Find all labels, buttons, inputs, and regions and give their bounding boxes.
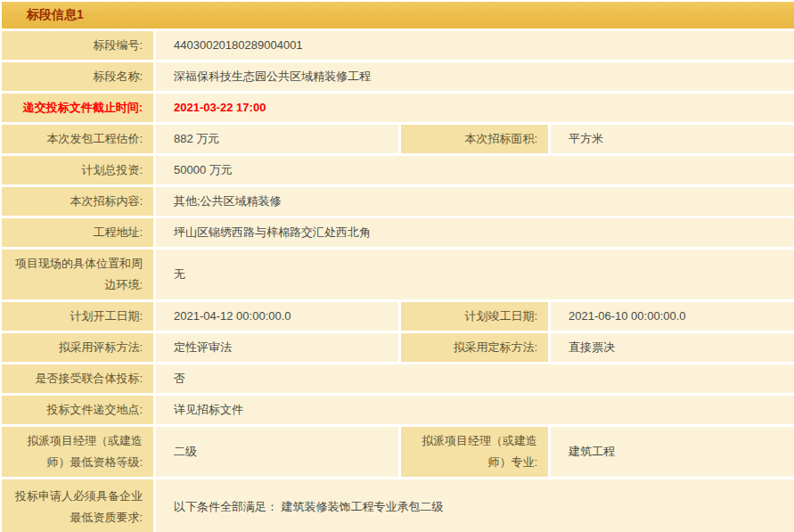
field-label: 项目现场的具体位置和周边环境: [2, 250, 153, 299]
field-label: 工程地址: [2, 218, 153, 247]
field-value: 二级 [156, 427, 398, 477]
row-evaluation-methods: 拟采用评标方法: 定性评审法 拟采用定标方法: 直接票决 [2, 333, 794, 362]
row-consortium-bid: 是否接受联合体投标: 否 [2, 364, 794, 393]
field-label: 递交投标文件截止时间: [2, 94, 153, 122]
field-label: 拟采用定标方法: [401, 333, 548, 362]
field-label: 拟派项目经理（或建造师）最低资格等级: [2, 427, 153, 477]
field-value: 平方米 [551, 125, 794, 153]
row-start-end-dates: 计划开工日期: 2021-04-12 00:00:00.0 计划竣工日期: 20… [2, 302, 794, 331]
row-project-manager: 拟派项目经理（或建造师）最低资格等级: 二级 拟派项目经理（或建造师）专业: 建… [2, 427, 794, 477]
field-label: 本次招标内容: [2, 187, 153, 216]
field-label: 拟采用评标方法: [2, 333, 153, 362]
field-label: 是否接受联合体投标: [2, 364, 153, 393]
tender-section-panel: 标段信息1 标段编号: 44030020180289004001 标段名称: 深… [0, 0, 794, 532]
field-value: 2021-04-12 00:00:00.0 [156, 302, 398, 331]
field-label: 计划开工日期: [2, 302, 153, 331]
field-value: 否 [156, 364, 794, 393]
field-label: 投标申请人必须具备企业最低资质要求: [2, 479, 153, 532]
section-header: 标段信息1 [2, 2, 794, 29]
field-value: 2021-03-22 17:00 [156, 94, 794, 122]
section-title: 标段信息1 [27, 7, 84, 23]
field-value: 2021-06-10 00:00:00.0 [551, 302, 794, 331]
field-value: 无 [156, 250, 794, 299]
field-value: 坪山区锦绣西路与梓棉路交汇处西北角 [156, 218, 794, 247]
field-value: 50000 万元 [156, 156, 794, 184]
field-label: 计划总投资: [2, 156, 153, 184]
field-label: 本次发包工程估价: [2, 125, 153, 153]
row-bid-deadline: 递交投标文件截止时间: 2021-03-22 17:00 [2, 94, 794, 122]
row-site-environment: 项目现场的具体位置和周边环境: 无 [2, 250, 794, 299]
field-label: 拟派项目经理（或建造师）专业: [401, 427, 548, 477]
row-qualification-requirements: 投标申请人必须具备企业最低资质要求: 以下条件全部满足： 建筑装修装饰工程专业承… [2, 479, 794, 532]
row-section-number: 标段编号: 44030020180289004001 [2, 31, 794, 60]
field-value: 其他;公共区域精装修 [156, 187, 794, 216]
row-project-address: 工程地址: 坪山区锦绣西路与梓棉路交汇处西北角 [2, 218, 794, 247]
row-bid-content: 本次招标内容: 其他;公共区域精装修 [2, 187, 794, 216]
field-value: 直接票决 [551, 333, 794, 362]
section-info-table: 标段信息1 标段编号: 44030020180289004001 标段名称: 深… [0, 0, 794, 532]
field-label: 投标文件递交地点: [2, 396, 153, 424]
field-label: 标段编号: [2, 31, 153, 60]
field-value: 882 万元 [156, 125, 398, 153]
row-total-investment: 计划总投资: 50000 万元 [2, 156, 794, 184]
field-value: 深福保科技生态园公共区域精装修工程 [156, 62, 794, 91]
field-value: 建筑工程 [551, 427, 794, 477]
field-value: 以下条件全部满足： 建筑装修装饰工程专业承包二级 [156, 479, 794, 532]
field-value: 44030020180289004001 [156, 31, 794, 60]
field-value: 定性评审法 [156, 333, 398, 362]
field-label: 标段名称: [2, 62, 153, 91]
row-estimate-and-area: 本次发包工程估价: 882 万元 本次招标面积: 平方米 [2, 125, 794, 153]
row-section-name: 标段名称: 深福保科技生态园公共区域精装修工程 [2, 62, 794, 91]
field-value: 详见招标文件 [156, 396, 794, 424]
field-label: 本次招标面积: [401, 125, 548, 153]
field-label: 计划竣工日期: [401, 302, 548, 331]
row-submission-place: 投标文件递交地点: 详见招标文件 [2, 396, 794, 424]
